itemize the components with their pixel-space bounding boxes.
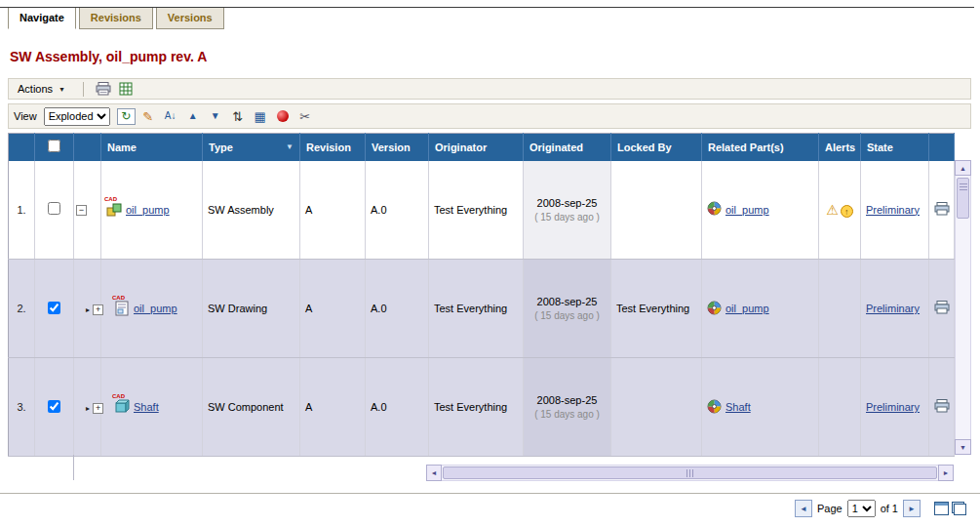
scroll-left-button[interactable]: ◄ <box>426 465 442 481</box>
view-label: View <box>14 110 37 122</box>
row-checkbox-cell <box>35 161 74 260</box>
horizontal-scrollbar[interactable]: ◄ ► <box>426 465 954 481</box>
related-parts-cell: oil_pump <box>702 161 819 260</box>
tab-navigate[interactable]: Navigate <box>8 8 76 29</box>
page-of-label: of 1 <box>881 503 898 514</box>
tab-revisions[interactable]: Revisions <box>79 8 153 29</box>
originator-cell: Test Everything <box>429 358 524 457</box>
export-icon[interactable] <box>116 80 136 98</box>
header-version[interactable]: Version <box>366 134 429 161</box>
actions-menu-button[interactable]: Actions ▼ <box>14 81 73 97</box>
sort-az-icon[interactable]: A↓ <box>161 107 180 125</box>
refresh-icon[interactable]: ↻ <box>117 108 136 125</box>
toolbar-separator <box>83 82 84 97</box>
tab-strip: Navigate Revisions Versions <box>0 7 974 30</box>
edit-icon[interactable]: ✎ <box>138 107 158 125</box>
header-related-parts[interactable]: Related Part(s) <box>702 134 819 161</box>
alerts-cell <box>819 260 861 358</box>
originated-cell: 2008-sep-25 ( 15 days ago ) <box>524 161 611 260</box>
header-locked-by[interactable]: Locked By <box>611 134 702 161</box>
filter-desc-icon[interactable]: ▼ <box>206 107 225 125</box>
cad-badge: CAD <box>112 295 125 301</box>
row-checkbox[interactable] <box>48 302 60 314</box>
sw-drawing-icon: CAD <box>114 301 130 316</box>
prev-page-button[interactable]: ◄ <box>795 500 812 517</box>
single-window-icon[interactable] <box>934 502 949 515</box>
row-checkbox-cell <box>35 358 74 457</box>
page-select[interactable]: 1 <box>847 500 876 517</box>
scroll-right-button[interactable]: ► <box>938 465 954 481</box>
originated-ago: ( 15 days ago ) <box>524 310 610 321</box>
name-link[interactable]: Shaft <box>134 401 159 413</box>
related-part-link[interactable]: Shaft <box>725 401 751 413</box>
warning-icon[interactable]: ⚠ <box>826 202 839 218</box>
state-link[interactable]: Preliminary <box>866 204 920 216</box>
row-checkbox[interactable] <box>48 202 60 215</box>
horizontal-scroll-thumb[interactable] <box>443 466 937 479</box>
name-cell: CAD Shaft <box>101 358 203 457</box>
alert-up-icon[interactable]: ↑ <box>841 205 853 218</box>
header-originator[interactable]: Originator <box>429 134 524 161</box>
related-part-link[interactable]: oil_pump <box>725 204 769 216</box>
row-checkbox-cell <box>35 260 74 358</box>
originator-cell: Test Everything <box>429 260 524 358</box>
header-type[interactable]: Type ▼ <box>203 134 300 161</box>
header-state[interactable]: State <box>861 134 929 161</box>
print-cell <box>929 161 955 260</box>
tab-versions[interactable]: Versions <box>156 8 224 29</box>
collapse-toggle-icon[interactable]: − <box>76 205 87 216</box>
originated-ago: ( 15 days ago ) <box>524 212 610 223</box>
print-row-icon[interactable] <box>934 206 950 218</box>
type-cell: SW Assembly <box>203 161 300 260</box>
row-number: 3. <box>9 358 35 457</box>
vertical-scroll-thumb[interactable] <box>957 178 969 219</box>
header-expand <box>74 134 101 161</box>
state-cell: Preliminary <box>861 161 929 260</box>
state-cell: Preliminary <box>861 260 929 358</box>
name-link[interactable]: oil_pump <box>134 303 177 314</box>
expand-toggle-icon[interactable]: + <box>93 403 103 414</box>
select-all-checkbox[interactable] <box>48 140 60 152</box>
table-row: 2. ▸ + <box>9 260 955 358</box>
part-icon <box>707 399 722 416</box>
vertical-scroll-track[interactable] <box>955 176 971 439</box>
customize-icon[interactable]: ✂ <box>295 107 315 125</box>
horizontal-scroll-track[interactable] <box>442 465 938 481</box>
view-select[interactable]: Exploded <box>44 107 110 126</box>
header-alerts[interactable]: Alerts <box>819 134 861 161</box>
reorder-icon[interactable]: ⇅ <box>228 107 248 125</box>
filter-asc-icon[interactable]: ▲ <box>183 107 203 125</box>
originated-cell: 2008-sep-25 ( 15 days ago ) <box>524 358 611 457</box>
name-link[interactable]: oil_pump <box>126 204 170 216</box>
print-row-icon[interactable] <box>934 403 950 415</box>
header-type-label: Type <box>209 142 233 153</box>
name-cell: CAD oil_pump <box>101 161 203 260</box>
header-name[interactable]: Name <box>101 134 203 161</box>
scroll-up-button[interactable]: ▲ <box>955 160 971 176</box>
row-checkbox[interactable] <box>48 400 60 413</box>
locked-by-cell <box>611 358 702 457</box>
revision-cell: A <box>300 161 366 260</box>
header-revision[interactable]: Revision <box>300 134 366 161</box>
cascade-windows-icon[interactable] <box>952 502 966 515</box>
scroll-down-button[interactable]: ▼ <box>955 439 971 455</box>
type-cell: SW Component <box>203 358 300 457</box>
next-page-button[interactable]: ► <box>903 500 921 517</box>
structure-icon[interactable]: ▦ <box>251 107 270 125</box>
expand-toggle-icon[interactable]: + <box>93 304 103 315</box>
sort-desc-icon: ▼ <box>286 142 294 151</box>
type-cell: SW Drawing <box>203 260 300 358</box>
print-icon[interactable] <box>94 80 113 98</box>
state-link[interactable]: Preliminary <box>866 401 920 413</box>
view-3d-icon[interactable] <box>273 107 293 125</box>
print-cell <box>929 260 955 358</box>
row-number: 1. <box>9 161 35 260</box>
sw-assembly-icon: CAD <box>106 202 122 218</box>
related-part-link[interactable]: oil_pump <box>725 303 769 314</box>
print-row-icon[interactable] <box>934 304 950 316</box>
state-link[interactable]: Preliminary <box>866 303 920 314</box>
version-cell: A.0 <box>366 358 429 457</box>
vertical-scrollbar[interactable]: ▲ ▼ <box>955 160 971 455</box>
header-originated[interactable]: Originated <box>524 134 611 161</box>
part-icon <box>707 301 722 317</box>
